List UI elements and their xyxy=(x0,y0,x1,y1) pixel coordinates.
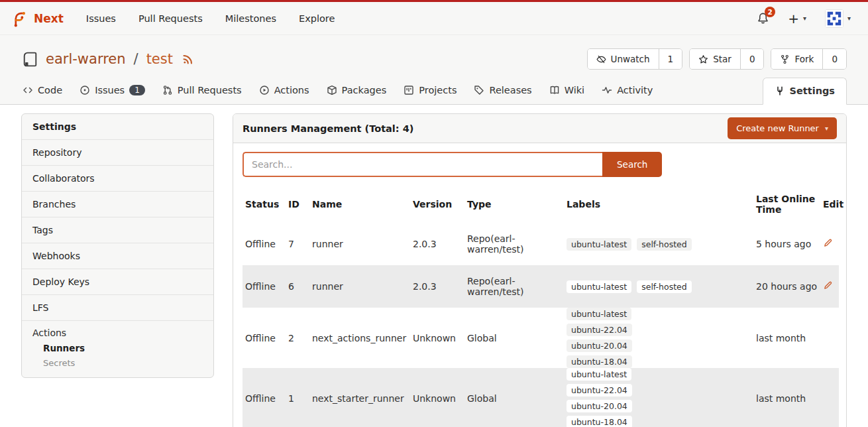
tab-projects[interactable]: Projects xyxy=(402,78,458,104)
runner-status: Offline xyxy=(243,265,286,308)
repo-name-link[interactable]: test xyxy=(146,51,173,67)
tab-label: Pull Requests xyxy=(178,85,242,95)
home-logo-link[interactable]: Next xyxy=(11,10,64,27)
page-header-region: Next Issues Pull Requests Milestones Exp… xyxy=(0,2,868,105)
repo-owner-link[interactable]: earl-warren xyxy=(46,51,126,67)
sidebar-item-secrets[interactable]: Secrets xyxy=(32,353,203,368)
plus-icon: + xyxy=(788,12,799,25)
chevron-down-icon: ▾ xyxy=(847,15,851,22)
book-icon xyxy=(549,85,560,95)
sidebar-header-settings: Settings xyxy=(22,114,213,140)
repo-action-buttons: Unwatch 1 Star 0 xyxy=(587,48,847,70)
tab-label: Activity xyxy=(617,85,653,95)
tab-packages[interactable]: Packages xyxy=(325,78,388,104)
repo-title: earl-warren / test xyxy=(21,50,194,68)
sidebar-section-actions: Actions Runners Secrets xyxy=(22,321,213,377)
label-badge: ubuntu-20.04 xyxy=(567,400,632,412)
col-last-online-time: Last Online Time xyxy=(753,186,820,223)
runner-labels: ubuntu-latest self-hosted xyxy=(567,280,699,293)
forks-count[interactable]: 0 xyxy=(822,49,846,69)
nav-link-explore[interactable]: Explore xyxy=(299,13,335,24)
tab-issues[interactable]: Issues 1 xyxy=(78,78,146,104)
notification-count-badge: 2 xyxy=(765,7,775,17)
runner-labels: ubuntu-latest ubuntu-22.04 ubuntu-20.04 … xyxy=(567,308,699,368)
project-board-icon xyxy=(404,85,414,95)
fork-button[interactable]: Fork xyxy=(771,49,822,69)
avatar xyxy=(825,9,843,28)
sidebar-item-lfs[interactable]: LFS xyxy=(22,295,213,321)
tab-code[interactable]: Code xyxy=(21,78,64,104)
chevron-down-icon: ▾ xyxy=(825,125,828,132)
tab-wiki[interactable]: Wiki xyxy=(548,78,586,104)
search-button[interactable]: Search xyxy=(602,152,662,177)
nav-link-issues[interactable]: Issues xyxy=(86,13,116,24)
create-new-runner-button[interactable]: Create new Runner ▾ xyxy=(728,117,837,139)
issues-count-badge: 1 xyxy=(129,85,145,95)
col-edit: Edit xyxy=(820,186,839,223)
rss-feed-icon[interactable] xyxy=(182,53,194,65)
label-badge: ubuntu-22.04 xyxy=(567,324,632,336)
runner-version: Unknown xyxy=(410,368,464,427)
tab-actions[interactable]: Actions xyxy=(258,78,311,104)
play-circle-icon xyxy=(259,85,270,95)
tab-label: Wiki xyxy=(565,85,584,95)
tab-label: Issues xyxy=(95,85,125,95)
sidebar-item-repository[interactable]: Repository xyxy=(22,140,213,166)
tab-releases[interactable]: Releases xyxy=(472,78,533,104)
nav-link-pull-requests[interactable]: Pull Requests xyxy=(138,13,203,24)
tab-label: Releases xyxy=(489,85,531,95)
runner-labels: ubuntu-latest self-hosted xyxy=(567,238,699,251)
runner-id: 2 xyxy=(286,308,309,368)
user-menu-dropdown[interactable]: ▾ xyxy=(825,9,851,28)
nav-link-milestones[interactable]: Milestones xyxy=(225,13,276,24)
stars-count[interactable]: 0 xyxy=(740,49,764,69)
runner-last-online: 20 hours ago xyxy=(753,265,820,308)
tab-pull-requests[interactable]: Pull Requests xyxy=(161,78,243,104)
runners-panel-header: Runners Management (Total: 4) Create new… xyxy=(233,114,846,143)
chevron-down-icon: ▾ xyxy=(803,15,806,22)
runner-type: Repo(earl-warren/test) xyxy=(464,265,564,308)
eye-slash-icon xyxy=(596,54,606,64)
runner-version: Unknown xyxy=(410,308,464,368)
tag-icon xyxy=(474,85,484,95)
repo-header: earl-warren / test xyxy=(21,35,847,78)
page-title: Runners Management (Total: 4) xyxy=(243,123,413,134)
label-badge: self-hosted xyxy=(637,238,692,251)
sidebar-item-webhooks[interactable]: Webhooks xyxy=(22,243,213,269)
edit-runner-button[interactable] xyxy=(823,280,833,290)
star-button[interactable]: Star xyxy=(690,49,740,69)
label-badge: ubuntu-18.04 xyxy=(567,355,632,368)
pull-request-icon xyxy=(162,85,173,95)
tab-settings[interactable]: Settings xyxy=(763,78,847,105)
runner-version: 2.0.3 xyxy=(410,223,464,265)
issue-icon xyxy=(80,85,90,95)
runner-last-online: last month xyxy=(753,368,820,427)
runner-name: next_starter_runner xyxy=(309,368,410,427)
search-input[interactable] xyxy=(243,152,602,177)
sidebar-item-branches[interactable]: Branches xyxy=(22,192,213,217)
table-header-row: Status ID Name Version Type Labels Last … xyxy=(243,186,839,223)
sidebar-item-collaborators[interactable]: Collaborators xyxy=(22,166,213,192)
search-bar: Search xyxy=(243,143,837,186)
runner-name: runner xyxy=(309,223,410,265)
label-badge: ubuntu-22.04 xyxy=(567,384,632,396)
sidebar-item-deploy-keys[interactable]: Deploy Keys xyxy=(22,269,213,295)
edit-runner-button[interactable] xyxy=(823,238,833,248)
label-badge: self-hosted xyxy=(637,280,692,293)
repo-path-separator: / xyxy=(134,51,138,67)
forgejo-logo-icon xyxy=(11,10,28,27)
sidebar-item-tags[interactable]: Tags xyxy=(22,217,213,243)
sidebar-item-actions[interactable]: Actions xyxy=(32,328,203,338)
tab-activity[interactable]: Activity xyxy=(600,78,654,104)
tab-label: Projects xyxy=(419,85,457,95)
create-new-dropdown[interactable]: + ▾ xyxy=(788,12,806,25)
runner-name: next_actions_runner xyxy=(309,308,410,368)
top-navbar: Next Issues Pull Requests Milestones Exp… xyxy=(0,2,868,35)
unwatch-button[interactable]: Unwatch xyxy=(588,49,659,69)
runner-name: runner xyxy=(309,265,410,308)
tab-label: Code xyxy=(38,85,62,95)
watchers-count[interactable]: 1 xyxy=(659,49,682,69)
col-version: Version xyxy=(410,186,464,223)
notifications-button[interactable]: 2 xyxy=(757,12,769,25)
sidebar-item-runners[interactable]: Runners xyxy=(32,338,203,353)
